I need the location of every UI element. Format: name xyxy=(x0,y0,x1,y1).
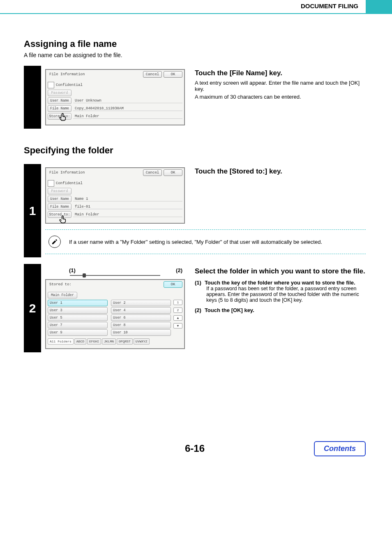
step-2: 2 (1) (2) Stored to: OK Main Folder xyxy=(24,264,366,352)
substep-2-title: Touch the [OK] key. xyxy=(205,307,254,313)
stored-to-value: Main Folder xyxy=(73,114,182,119)
folder-user-4[interactable]: User 4 xyxy=(111,307,171,314)
step-number-1: 1 xyxy=(24,164,41,257)
panel-stored-to: Stored to: OK Main Folder User 1 User 2 … xyxy=(45,279,185,349)
panel-file-information-a: File Information Cancel OK Confidential … xyxy=(45,69,185,125)
step-1: 1 File Information Cancel OK xyxy=(24,164,366,257)
folder-user-3[interactable]: User 3 xyxy=(48,307,108,314)
step-heading: Touch the [File Name] key. xyxy=(195,69,366,77)
ok-button[interactable]: OK xyxy=(164,169,182,176)
step-number-2: 2 xyxy=(24,264,41,352)
substep-2: (2) Touch the [OK] key. xyxy=(195,307,366,313)
file-name-button[interactable]: File Name xyxy=(48,105,71,112)
confidential-label: Confidential xyxy=(56,181,83,185)
panel-title: Stored to: xyxy=(48,282,73,287)
folder-user-7[interactable]: User 7 xyxy=(48,322,108,328)
note-text: If a user name with a "My Folder" settin… xyxy=(69,239,322,245)
confidential-checkbox[interactable] xyxy=(48,82,54,88)
cancel-button[interactable]: Cancel xyxy=(143,71,162,78)
panel-title: File Information xyxy=(48,72,86,76)
callout-2: (2) xyxy=(176,267,182,273)
scroll-down-button[interactable]: ▼ xyxy=(173,323,182,328)
callout-1: (1) xyxy=(69,267,76,273)
folder-user-9[interactable]: User 9 xyxy=(48,329,108,336)
panel-title: File Information xyxy=(48,171,86,175)
note-row: If a user name with a "My Folder" settin… xyxy=(45,229,366,254)
confidential-label: Confidential xyxy=(56,83,83,87)
cancel-button[interactable]: Cancel xyxy=(143,169,162,176)
password-button[interactable]: Password xyxy=(48,188,71,194)
tab-all-folders[interactable]: All Folders xyxy=(48,338,74,345)
main-folder-button[interactable]: Main Folder xyxy=(48,292,77,298)
step-filename: File Information Cancel OK Confidential … xyxy=(24,66,366,129)
tab-efghi[interactable]: EFGHI xyxy=(87,338,101,345)
heading-assigning-file-name: Assigning a file name xyxy=(24,39,366,49)
folder-user-5[interactable]: User 5 xyxy=(48,314,108,321)
section-header: DOCUMENT FILING xyxy=(0,0,366,9)
substep-1-num: (1) xyxy=(195,280,201,286)
top-bar: DOCUMENT FILING xyxy=(0,0,392,14)
step-heading: Touch the [Stored to:] key. xyxy=(195,167,366,176)
tab-jklmn[interactable]: JKLMN xyxy=(102,338,116,345)
step-number-blank xyxy=(24,66,41,129)
step-text-1: A text entry screen will appear. Enter t… xyxy=(195,80,366,92)
user-name-button[interactable]: User Name xyxy=(48,97,71,104)
note-icon xyxy=(48,236,61,248)
folder-user-1[interactable]: User 1 xyxy=(48,300,108,306)
tab-uvwxyz[interactable]: UVWXYZ xyxy=(134,338,150,345)
callout-slider xyxy=(70,275,160,276)
folder-user-2[interactable]: User 2 xyxy=(111,300,171,306)
contents-button[interactable]: Contents xyxy=(314,441,366,456)
substep-2-num: (2) xyxy=(195,307,201,313)
substep-1-title: Touch the key of the folder where you wa… xyxy=(205,280,355,286)
heading-specifying-folder: Specifying the folder xyxy=(24,145,366,156)
substep-1-body: If a password has been set for the folde… xyxy=(206,286,366,303)
page-number: 6-16 xyxy=(185,443,205,454)
tab-abcd[interactable]: ABCD xyxy=(74,338,86,345)
file-name-button[interactable]: File Name xyxy=(48,204,71,210)
ok-button[interactable]: OK xyxy=(164,71,182,78)
user-name-button[interactable]: User Name xyxy=(48,196,71,202)
user-name-value: Name 1 xyxy=(73,197,182,201)
folder-user-10[interactable]: User 10 xyxy=(111,329,171,336)
lead-assigning-file-name: A file name can be assigned to the file. xyxy=(24,52,366,58)
step-text-2: A maximum of 30 characters can be entere… xyxy=(195,94,366,100)
touch-hand-icon xyxy=(58,112,69,123)
scroll-up-button[interactable]: ▲ xyxy=(173,315,182,321)
touch-hand-icon xyxy=(58,214,69,225)
ok-button[interactable]: OK xyxy=(164,281,182,288)
panel-file-information-b: File Information Cancel OK Confidential … xyxy=(45,167,185,224)
step-heading: Select the folder in which you want to s… xyxy=(195,267,366,275)
confidential-checkbox[interactable] xyxy=(48,180,54,187)
stored-to-value: Main Folder xyxy=(73,213,182,217)
section-accent-tab xyxy=(366,0,392,14)
substep-1: (1) Touch the key of the folder where yo… xyxy=(195,280,366,303)
footer: 6-16 Contents xyxy=(24,443,366,454)
tab-opqrst[interactable]: OPQRST xyxy=(117,338,133,345)
password-button[interactable]: Password xyxy=(48,90,71,96)
page-indicator-bot: 2 xyxy=(173,308,182,313)
page-indicator-top: 1 xyxy=(173,300,182,305)
file-name-value: Copy_04042010_112030AM xyxy=(73,106,182,111)
folder-user-8[interactable]: User 8 xyxy=(111,322,171,328)
user-name-value: User Unknown xyxy=(73,99,182,103)
folder-user-6[interactable]: User 6 xyxy=(111,314,171,321)
file-name-value: file-01 xyxy=(73,205,182,209)
